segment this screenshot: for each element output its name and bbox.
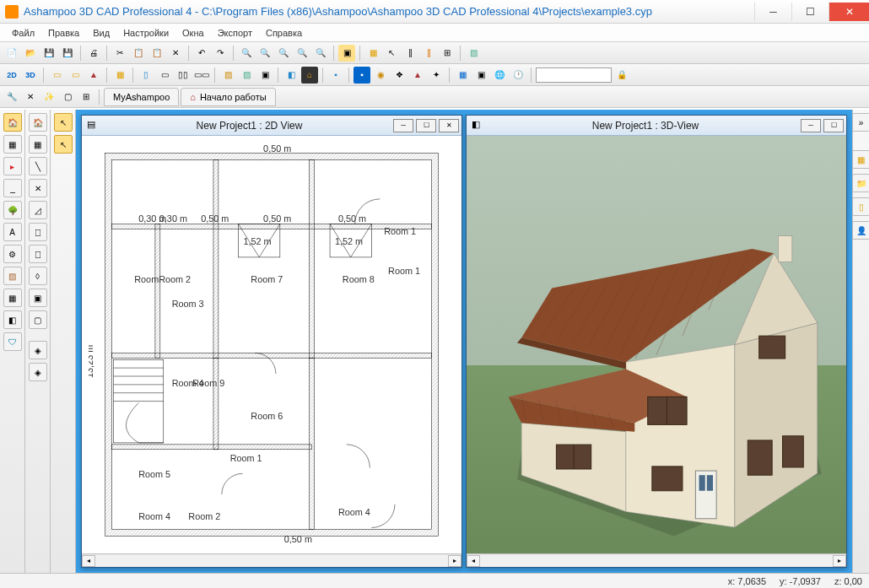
scroll-right-icon[interactable]: ▸ bbox=[833, 555, 846, 567]
text-tool-icon[interactable]: A bbox=[3, 223, 22, 241]
obj2-icon[interactable]: ▨ bbox=[238, 67, 255, 84]
layer-icon[interactable]: ▨ bbox=[465, 45, 482, 62]
wall2-icon[interactable]: ⎕ bbox=[29, 245, 47, 263]
3d-canvas[interactable] bbox=[467, 136, 846, 553]
iso1-icon[interactable]: ◈ bbox=[29, 341, 47, 359]
maximize-button[interactable]: ☐ bbox=[791, 3, 829, 21]
save-icon[interactable]: 💾 bbox=[40, 45, 57, 62]
mark-icon[interactable]: ✕ bbox=[29, 179, 47, 197]
ic5-icon[interactable]: ▣ bbox=[472, 67, 489, 84]
shape-icon[interactable]: ◊ bbox=[29, 267, 47, 285]
zoomwin-icon[interactable]: 🔍 bbox=[312, 45, 329, 62]
flag-icon[interactable]: ▸ bbox=[3, 157, 22, 175]
saveall-icon[interactable]: 💾 bbox=[59, 45, 76, 62]
ic3-icon[interactable]: ▲ bbox=[409, 67, 426, 84]
tile3-icon[interactable]: ▯▯ bbox=[175, 67, 192, 84]
menu-export[interactable]: Экспорт bbox=[213, 26, 257, 40]
2d-max-button[interactable]: ☐ bbox=[416, 119, 436, 132]
3d-button[interactable]: 3D bbox=[22, 67, 39, 84]
tool3-icon[interactable]: ✨ bbox=[40, 89, 57, 105]
scroll-left-icon[interactable]: ◂ bbox=[467, 555, 480, 567]
globe-icon[interactable]: 🌐 bbox=[491, 67, 508, 84]
3d-scrollbar[interactable]: ◂ ▸ bbox=[467, 553, 846, 567]
copy-icon[interactable]: 📋 bbox=[130, 45, 147, 62]
angle-icon[interactable]: ◿ bbox=[29, 201, 47, 219]
layer-combo[interactable] bbox=[536, 67, 612, 83]
zoomout-icon[interactable]: 🔍 bbox=[275, 45, 292, 62]
select-icon[interactable]: ▣ bbox=[338, 45, 355, 62]
new-icon[interactable]: 📄 bbox=[3, 45, 20, 62]
tool5-icon[interactable]: ⊞ bbox=[78, 89, 94, 105]
cut-icon[interactable]: ✂ bbox=[111, 45, 128, 62]
zoomin-icon[interactable]: 🔍 bbox=[256, 45, 273, 62]
tab-myashampoo[interactable]: MyAshampoo bbox=[104, 88, 179, 106]
menu-settings[interactable]: Настройки bbox=[118, 26, 174, 40]
tool2-icon[interactable]: ✕ bbox=[22, 89, 39, 105]
tab-start[interactable]: ⌂ Начало работы bbox=[181, 88, 275, 106]
zoom-icon[interactable]: 🔍 bbox=[238, 45, 255, 62]
lock-icon[interactable]: 🔒 bbox=[613, 67, 630, 84]
3d-view-titlebar[interactable]: ◧ New Project1 : 3D-View ─ ☐ bbox=[467, 116, 846, 136]
snap-icon[interactable]: ‖ bbox=[402, 45, 418, 62]
shield-icon[interactable]: 🛡 bbox=[3, 332, 22, 351]
cube-icon[interactable]: ◧ bbox=[3, 310, 22, 329]
2d-close-button[interactable]: ✕ bbox=[439, 119, 459, 132]
win1-icon[interactable]: ▦ bbox=[111, 67, 128, 84]
tool4-icon[interactable]: ▢ bbox=[59, 89, 76, 105]
menu-help[interactable]: Справка bbox=[261, 26, 307, 40]
sq-icon[interactable]: ▪ bbox=[327, 67, 344, 84]
scroll-left-icon[interactable]: ◂ bbox=[82, 555, 95, 567]
2d-view-titlebar[interactable]: ▤ New Project1 : 2D View ─ ☐ ✕ bbox=[82, 116, 461, 136]
2d-canvas[interactable]: RoomRoom 2 Room 3 Room 7 Room 8 Room 1 R… bbox=[82, 136, 461, 553]
building-icon[interactable]: 🏠 bbox=[3, 113, 22, 132]
menu-file[interactable]: Файл bbox=[7, 26, 40, 40]
undo-icon[interactable]: ↶ bbox=[193, 45, 210, 62]
pointer-icon[interactable]: ↖ bbox=[54, 113, 73, 132]
tool1-icon[interactable]: 🔧 bbox=[3, 89, 20, 105]
grid-tool-icon[interactable]: ▦ bbox=[3, 135, 22, 154]
rp-folder-icon[interactable]: 📁 bbox=[852, 174, 870, 192]
close-button[interactable]: ✕ bbox=[829, 3, 869, 21]
rp-icon2[interactable]: ▯ bbox=[852, 197, 870, 216]
diag-icon[interactable]: ╲ bbox=[29, 157, 47, 175]
ic2-icon[interactable]: ❖ bbox=[391, 67, 408, 84]
rp-person-icon[interactable]: 👤 bbox=[852, 221, 870, 240]
3d-min-button[interactable]: ─ bbox=[801, 119, 821, 132]
gridsnap-icon[interactable]: ▦ bbox=[29, 135, 47, 154]
col-icon[interactable]: ▪ bbox=[354, 67, 370, 84]
menu-windows[interactable]: Окна bbox=[177, 26, 209, 40]
box-icon[interactable]: ◧ bbox=[283, 67, 300, 84]
rp-icon1[interactable]: ▦ bbox=[852, 150, 870, 169]
snap2-icon[interactable]: ‖ bbox=[420, 45, 437, 62]
clock-icon[interactable]: 🕐 bbox=[510, 67, 526, 84]
iso2-icon[interactable]: ◈ bbox=[29, 363, 47, 381]
print-icon[interactable]: 🖨 bbox=[85, 45, 102, 62]
snap3-icon[interactable]: ⊞ bbox=[439, 45, 456, 62]
2d-min-button[interactable]: ─ bbox=[393, 119, 413, 132]
tile4-icon[interactable]: ▭▭ bbox=[193, 67, 210, 84]
obj3-icon[interactable]: ▣ bbox=[256, 67, 273, 84]
pointer2-icon[interactable]: ↖ bbox=[54, 135, 73, 154]
box2-icon[interactable]: ▢ bbox=[29, 310, 47, 329]
house-icon[interactable]: ⌂ bbox=[301, 67, 318, 84]
cube2-icon[interactable]: ▣ bbox=[29, 289, 47, 307]
minimize-button[interactable]: ─ bbox=[754, 3, 791, 21]
roof-icon[interactable]: ▲ bbox=[85, 67, 102, 84]
grid3-icon[interactable]: ▦ bbox=[3, 289, 22, 307]
floor2-icon[interactable]: ▭ bbox=[67, 67, 84, 84]
menu-edit[interactable]: Правка bbox=[43, 26, 84, 40]
redo-icon[interactable]: ↷ bbox=[212, 45, 229, 62]
tile2-icon[interactable]: ▭ bbox=[156, 67, 173, 84]
scroll-right-icon[interactable]: ▸ bbox=[448, 555, 461, 567]
building2-icon[interactable]: 🏠 bbox=[29, 113, 47, 132]
tree-icon[interactable]: 🌳 bbox=[3, 201, 22, 219]
ic4-icon[interactable]: ✦ bbox=[428, 67, 445, 84]
3d-max-button[interactable]: ☐ bbox=[823, 119, 844, 132]
tile1-icon[interactable]: ▯ bbox=[138, 67, 154, 84]
zoomfit-icon[interactable]: 🔍 bbox=[294, 45, 310, 62]
texture-icon[interactable]: ▨ bbox=[3, 267, 22, 285]
gear-icon[interactable]: ⚙ bbox=[3, 245, 22, 263]
2d-scrollbar[interactable]: ◂ ▸ bbox=[82, 553, 461, 567]
ic1-icon[interactable]: ◉ bbox=[372, 67, 389, 84]
menu-view[interactable]: Вид bbox=[88, 26, 115, 40]
